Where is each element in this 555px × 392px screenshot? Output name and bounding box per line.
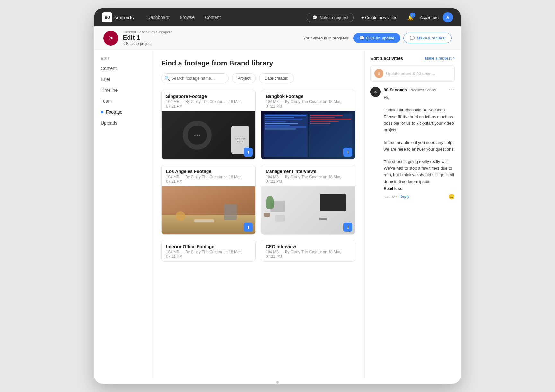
- footage-card-header: Singapore Footage 104 MB — By Cindy The …: [162, 90, 255, 111]
- nav-make-request-button[interactable]: 💬 Make a request: [307, 13, 354, 22]
- message-item: 90 90 Seconds Producer Service ··· Hi, T…: [370, 87, 455, 200]
- footage-card-management[interactable]: Management Interviews 104 MB — By Cindy …: [261, 165, 355, 235]
- sidebar-label-uploads: Uploads: [101, 120, 117, 126]
- footage-thumbnail-losangeles: ▶ ⬇: [162, 186, 255, 234]
- subheader-make-request-button[interactable]: 💬 Make a request: [403, 33, 452, 43]
- download-button[interactable]: ⬇: [244, 148, 253, 157]
- footage-grid: Singapore Footage 104 MB — By Cindy The …: [161, 90, 355, 262]
- breadcrumb: Directed Case Study Singapore: [123, 30, 172, 34]
- message-sender-badge: Producer Service: [410, 88, 437, 92]
- read-less-button[interactable]: Read less: [384, 187, 455, 191]
- message-options-button[interactable]: ···: [449, 87, 455, 92]
- footage-card-bangkok[interactable]: Bangkok Footage 104 MB — By Cindy The Cr…: [261, 90, 355, 160]
- message-paragraph-1: Thanks for choosing 90 Seconds! Please f…: [384, 107, 455, 134]
- search-wrap: 🔍: [161, 73, 229, 83]
- sidebar-label-team: Team: [101, 99, 112, 104]
- user-name: Accenture: [420, 15, 439, 20]
- download-button[interactable]: ⬇: [244, 223, 253, 232]
- footage-meta: 104 MB — By Cindy The Creator on 18 Mar,…: [266, 100, 350, 109]
- message-sender-name: 90 Seconds: [384, 87, 407, 92]
- project-info: > Directed Case Study Singapore Edit 1 <…: [103, 30, 172, 46]
- main-layout: EDIT Content Brief Timeline Team Footage…: [94, 50, 461, 378]
- message-greeting: Hi,: [384, 94, 455, 101]
- footage-card-losangeles[interactable]: Los Angeles Footage 104 MB — By Cindy Th…: [161, 165, 256, 235]
- message-timestamp: just now: [384, 195, 397, 198]
- sidebar-label-timeline: Timeline: [101, 88, 118, 93]
- nav-content[interactable]: Content: [200, 12, 225, 22]
- back-to-project-link[interactable]: < Back to project: [123, 41, 172, 46]
- footage-title: Interior Office Footage: [166, 244, 251, 249]
- sidebar-item-footage[interactable]: Footage: [94, 107, 152, 118]
- sidebar-section-label: EDIT: [94, 57, 152, 63]
- project-filter-button[interactable]: Project: [232, 73, 256, 83]
- footage-meta: 104 MB — By Cindy The Creator on 18 Mar,…: [266, 175, 350, 184]
- footage-meta: 104 MB — By Cindy The Creator on 18 Mar,…: [166, 175, 251, 184]
- footage-meta: 104 MB — By Cindy The Creator on 18 Mar,…: [166, 100, 251, 109]
- content-area: Find a footage from Brand library 🔍 Proj…: [152, 50, 364, 378]
- emoji-reaction-button[interactable]: 🙂: [448, 194, 455, 200]
- sidebar-item-timeline[interactable]: Timeline: [94, 85, 152, 96]
- message-icon: 💬: [312, 15, 317, 20]
- accenture-logo: >: [103, 31, 118, 46]
- message-header: 90 Seconds Producer Service ···: [384, 87, 455, 92]
- device-home-indicator: [276, 381, 279, 384]
- sub-header: > Directed Case Study Singapore Edit 1 <…: [94, 26, 461, 50]
- reply-button[interactable]: Reply: [399, 194, 409, 199]
- message-content: 90 Seconds Producer Service ··· Hi, Than…: [384, 87, 455, 200]
- download-button[interactable]: ⬇: [343, 223, 352, 232]
- footage-title: CEO Interview: [266, 244, 350, 249]
- nav-dashboard[interactable]: Dashboard: [143, 12, 174, 22]
- footage-card-interior[interactable]: Interior Office Footage 104 MB — By Cind…: [161, 240, 256, 262]
- footage-thumbnail-management: ▶ ⬇: [261, 186, 355, 234]
- search-input[interactable]: [161, 73, 229, 83]
- message-sender-info: 90 Seconds Producer Service: [384, 87, 437, 92]
- message-sender-avatar: 90: [370, 87, 381, 97]
- filter-bar: 🔍 Project Date created: [161, 73, 355, 83]
- date-filter-button[interactable]: Date created: [259, 73, 294, 83]
- sidebar-label-content: Content: [101, 66, 117, 71]
- logo-text: seconds: [114, 15, 134, 20]
- give-update-button[interactable]: 💬 Give an update: [353, 33, 400, 43]
- device-frame: 90 seconds Dashboard Browse Content 💬 Ma…: [94, 8, 461, 384]
- logo-icon: 90: [102, 12, 112, 22]
- update-icon: 💬: [359, 36, 364, 40]
- search-icon: 🔍: [164, 76, 170, 81]
- activity-make-request-link[interactable]: Make a request >: [425, 56, 455, 61]
- footage-card-header: Bangkok Footage 104 MB — By Cindy The Cr…: [261, 90, 355, 111]
- comment-input-area[interactable]: U Update brand & 90 team...: [370, 65, 455, 82]
- nav-actions: 💬 Make a request + Create new video 🔔 1 …: [307, 12, 453, 23]
- footage-meta: 104 MB — By Cindy The Creator on 18 Mar,…: [266, 250, 350, 259]
- nav-browse[interactable]: Browse: [175, 12, 199, 22]
- footage-thumbnail-singapore: WelcomeHome ▶ ⬇: [162, 111, 255, 159]
- sidebar-label-footage: Footage: [106, 109, 122, 115]
- user-avatar[interactable]: A: [443, 12, 453, 22]
- footage-meta: 104 MB — By Cindy The Creator on 18 Mar,…: [166, 250, 251, 259]
- activity-title: Edit 1 activities: [370, 56, 403, 61]
- sidebar-item-content[interactable]: Content: [94, 63, 152, 74]
- sidebar-item-brief[interactable]: Brief: [94, 74, 152, 85]
- notif-badge: 1: [410, 13, 415, 18]
- sidebar-item-team[interactable]: Team: [94, 96, 152, 107]
- download-button[interactable]: ⬇: [343, 148, 352, 157]
- comment-placeholder: Update brand & 90 team...: [386, 71, 435, 76]
- footage-card-header: Interior Office Footage 104 MB — By Cind…: [162, 240, 255, 261]
- project-text: Directed Case Study Singapore Edit 1 < B…: [123, 30, 172, 46]
- activity-header: Edit 1 activities Make a request >: [370, 56, 455, 61]
- video-status-text: Your video is in progress: [303, 36, 349, 40]
- message-paragraph-2: In the meantime if you need any help, we…: [384, 139, 455, 153]
- sub-header-actions: Your video is in progress 💬 Give an upda…: [303, 33, 452, 43]
- notifications-button[interactable]: 🔔 1: [405, 12, 416, 23]
- footage-card-header: Management Interviews 104 MB — By Cindy …: [261, 165, 355, 186]
- message-footer: just now Reply 🙂: [384, 194, 455, 200]
- create-video-button[interactable]: + Create new video: [357, 13, 401, 22]
- sidebar-item-uploads[interactable]: Uploads: [94, 118, 152, 128]
- nav-links: Dashboard Browse Content: [143, 12, 307, 22]
- comment-user-avatar: U: [374, 69, 383, 78]
- footage-card-ceo[interactable]: CEO Interview 104 MB — By Cindy The Crea…: [261, 240, 355, 262]
- sidebar-label-brief: Brief: [101, 77, 110, 82]
- footage-card-singapore[interactable]: Singapore Footage 104 MB — By Cindy The …: [161, 90, 256, 160]
- top-nav: 90 seconds Dashboard Browse Content 💬 Ma…: [94, 8, 461, 26]
- message-paragraph-3: The shoot is going really really well. W…: [384, 159, 455, 185]
- sidebar: EDIT Content Brief Timeline Team Footage…: [94, 50, 152, 378]
- project-title: Edit 1: [123, 34, 172, 41]
